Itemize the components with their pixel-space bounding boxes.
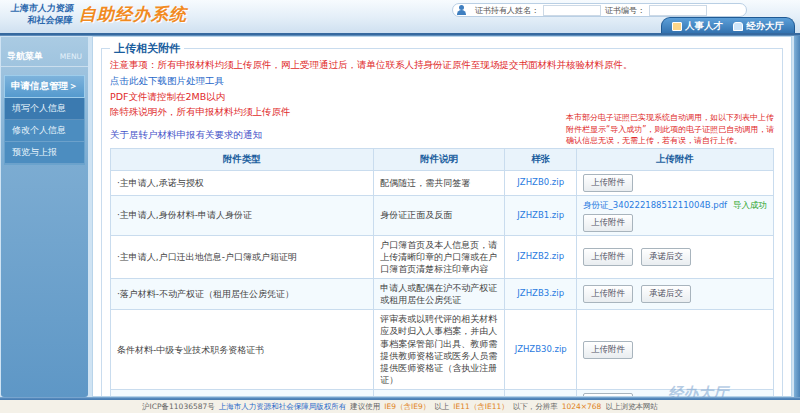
table-row: ·落户材料-不动产权证（租用居住公房凭证） 申请人或配偶在沪不动产权证或租用居住… [111,278,774,309]
attachment-type: ·主申请人,身份材料-申请人身份证 [111,196,374,235]
sample-download-link[interactable]: JZHZB2.zip [511,251,570,262]
notice-important: 注意事项：所有申报材料均须上传原件，网上受理通过后，请单位联系人持身份证原件至现… [110,58,774,72]
resolution-value: 1024×768 [562,402,602,411]
tab-hr-talent[interactable]: 人事人才 [672,20,723,33]
hall-icon [733,22,743,31]
upload-attachment-button[interactable]: 上传附件 [583,214,633,232]
sidebar-group-application-info[interactable]: 申请信息管理 ＞ [4,75,85,98]
sidebar-item-edit-personal-info[interactable]: 修改个人信息 [5,120,84,142]
certificate-number-label: 证书编号： [605,5,645,16]
attachment-type: 条件材料-中级专业技术职务资格证书 [111,310,374,390]
browser-advice-mid1: 以上 [434,402,449,412]
auto-import-notice: 本市部分电子证照已实现系统自动调用，如以下列表中上传附件栏显示“导入成功”，则此… [566,112,776,147]
sample-download-link[interactable]: JZHZB0.zip [511,177,570,188]
org-name-line1: 上海市人力资源 [10,3,74,15]
sample-download-link[interactable]: JZHZB30.zip [511,344,570,355]
pdf-size-note: PDF文件请控制在2MB以内 [110,90,774,104]
promise-submit-later-button[interactable]: 承诺后交 [641,285,691,303]
attachment-type: ·主申请人,户口迁出地信息-户口簿或户籍证明 [111,235,374,278]
tab-hr-talent-label: 人事人才 [685,20,723,33]
copyright-link[interactable]: 上海市人力资源和社会保障局版权所有 [219,402,347,412]
table-row: 条件材料-专业技术职务聘任表 JZHZB3p.zip 上传附件 [111,390,774,397]
sample-download-link[interactable]: JZHZB3.zip [511,288,570,299]
tab-service-hall[interactable]: 经办大厅 [733,20,784,33]
attachment-desc: 评审表或以聘代评的相关材料应及时归入人事档案，并由人事档案保管部门出具、教师需提… [374,310,505,390]
briefcase-icon [672,22,682,31]
section-title: 上传相关附件 [110,41,184,56]
sample-download-link[interactable]: JZHZB1.zip [511,210,570,221]
table-row: 条件材料-中级专业技术职务资格证书 评审表或以聘代评的相关材料应及时归入人事档案… [111,310,774,390]
ie9-version: IE9（含IE9） [384,402,430,412]
sidebar-header: 导航菜单 MENU [1,47,88,67]
attachment-desc [374,390,505,397]
sidebar-items: 填写个人信息 修改个人信息 预览与上报 [4,98,85,165]
col-header-sample: 样张 [505,149,577,171]
tab-service-hall-label: 经办大厅 [746,20,784,33]
download-image-tool-link[interactable]: 点击此处下载图片处理工具 [110,74,774,88]
ie11-version: IE11（含IE11） [453,402,509,412]
icp-number: 沪ICP备11036587号 [142,402,215,412]
sidebar: 导航菜单 MENU 申请信息管理 ＞ 填写个人信息 修改个人信息 预览与上报 [1,37,88,397]
top-header: 上海市人力资源 和社会保障 自助经办系统 证书持有人姓名： 证书编号： 人事人才… [0,0,800,33]
user-info-bar: 证书持有人姓名： 证书编号： [452,3,747,17]
promise-submit-later-button[interactable]: 承诺后交 [641,248,691,266]
upload-attachment-button[interactable]: 上传附件 [583,341,633,359]
browser-advice-suffix: 以上浏览本网站 [605,402,658,412]
attachment-type: ·主申请人,承诺与授权 [111,171,374,196]
import-success-badge: 导入成功 [733,200,767,210]
user-icon [456,5,467,16]
attachment-type: ·落户材料-不动产权证（租用居住公房凭证） [111,278,374,309]
attachment-desc: 户口簿首页及本人信息页，请上传清晰印章的户口簿或在户口簿首页清楚标注印章内容 [374,235,505,278]
browser-advice-prefix: 建议使用 [350,402,380,412]
browser-advice-mid2: 以下，分辨率 [513,402,558,412]
col-header-attachment-desc: 附件说明 [374,149,505,171]
attachment-desc: 申请人或配偶在沪不动产权证或租用居住公房凭证 [374,278,505,309]
org-name-line2: 和社会保障 [9,15,73,27]
main-content: 上传相关附件 注意事项：所有申报材料均须上传原件，网上受理通过后，请单位联系人持… [92,36,792,397]
sidebar-group-label: 申请信息管理 [11,80,68,93]
attachment-type: 条件材料-专业技术职务聘任表 [111,390,374,397]
upload-attachment-button[interactable]: 上传附件 [583,285,633,303]
chevron-right-icon: ＞ [69,80,79,93]
attachment-desc: 身份证正面及反面 [374,196,505,235]
attachments-table: 附件类型 附件说明 样张 上传附件 ·主申请人,承诺与授权 配偶随迁，需共同签署… [110,148,774,397]
footer: 沪ICP备11036587号 上海市人力资源和社会保障局版权所有 建议使用 IE… [0,400,800,413]
app-logo: 上海市人力资源 和社会保障 自助经办系统 [10,3,187,26]
certificate-holder-input[interactable] [543,5,601,16]
table-header-row: 附件类型 附件说明 样张 上传附件 [111,149,774,171]
table-row: ·主申请人,户口迁出地信息-户口簿或户籍证明 户口簿首页及本人信息页，请上传清晰… [111,235,774,278]
certificate-holder-label: 证书持有人姓名： [475,5,539,16]
juzhuanhu-notice-link[interactable]: 关于居转户材料申报有关要求的通知 [110,129,262,142]
right-edge-bar [794,36,800,397]
nav-menu-title: 导航菜单 [7,50,43,63]
nav-menu-tag: MENU [60,52,82,61]
uploaded-file-link[interactable]: 身份证_34022218851211004B.pdf [583,200,727,210]
certificate-number-input[interactable] [649,5,707,16]
org-name: 上海市人力资源 和社会保障 [9,3,74,26]
attachment-desc: 配偶随迁，需共同签署 [374,171,505,196]
upload-attachment-button[interactable]: 上传附件 [583,248,633,266]
sidebar-item-fill-personal-info[interactable]: 填写个人信息 [5,98,84,120]
col-header-upload: 上传附件 [577,149,774,171]
upload-attachment-button[interactable]: 上传附件 [583,174,633,192]
table-row: ·主申请人,身份材料-申请人身份证 身份证正面及反面 JZHZB1.zip 身份… [111,196,774,235]
sidebar-item-preview-submit[interactable]: 预览与上报 [5,142,84,164]
col-header-attachment-type: 附件类型 [111,149,374,171]
upload-attachments-section: 上传相关附件 注意事项：所有申报材料均须上传原件，网上受理通过后，请单位联系人持… [101,41,783,397]
table-row: ·主申请人,承诺与授权 配偶随迁，需共同签署 JZHZB0.zip 上传附件 [111,171,774,196]
app-title: 自助经办系统 [79,3,187,26]
